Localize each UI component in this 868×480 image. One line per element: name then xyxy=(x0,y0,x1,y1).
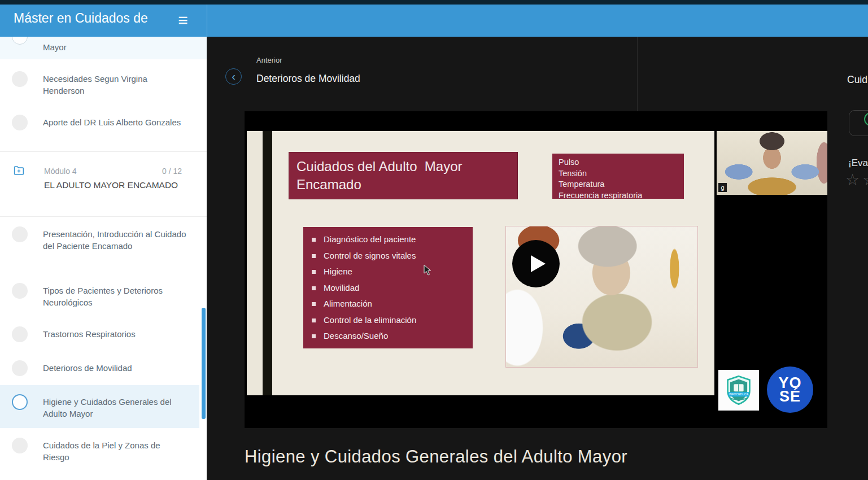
top-strip xyxy=(0,0,868,5)
yose-logo: YO SÉ xyxy=(767,366,813,413)
folder-plus-icon xyxy=(13,164,25,178)
infoceduca-logo: INFOCEDUCA xyxy=(718,370,759,411)
slide-title-line1: Cuidados del Adulto Mayor xyxy=(296,158,510,176)
yose-logo-line2: SÉ xyxy=(779,390,801,403)
play-button[interactable] xyxy=(512,240,560,287)
play-icon xyxy=(531,255,546,272)
next-lesson-title[interactable]: Cuid xyxy=(847,74,867,86)
lesson-title: Higiene y Cuidados Generales del Adulto … xyxy=(245,447,627,467)
vital-item: Frecuencia respiratoria xyxy=(559,190,678,202)
bullet-icon xyxy=(312,318,316,322)
sidebar-item-partial[interactable]: Mayor xyxy=(0,37,207,59)
star-icon[interactable]: ☆ xyxy=(862,171,868,189)
bullet-icon xyxy=(312,254,316,258)
mouse-cursor xyxy=(424,264,431,278)
app-header: Máster en Cuidados de ≡ xyxy=(0,5,868,37)
previous-lesson-kicker: Anterior xyxy=(256,56,282,64)
slide-title-line2: Encamado xyxy=(296,176,510,194)
header-divider xyxy=(207,5,207,37)
sidebar-item-piel[interactable]: Cuidados de la Piel y Zonas de Riesgo xyxy=(0,438,199,472)
infoceduca-logo-text: INFOCEDUCA xyxy=(729,392,749,396)
sidebar-item-tipos[interactable]: Tipos de Pacientes y Deterioros Neurológ… xyxy=(0,283,199,317)
sidebar-item-label: Trastornos Respiratorios xyxy=(43,328,186,340)
slide-title-box: Cuidados del Adulto Mayor Encamado xyxy=(289,152,518,199)
sidebar-item-label: Deterioros de Movilidad xyxy=(43,362,186,374)
lesson-circle-icon xyxy=(12,394,28,410)
presentation-slide: Cuidados del Adulto Mayor Encamado Pulso… xyxy=(272,131,714,395)
rating-prompt: ¡Eva xyxy=(848,158,868,169)
star-icon[interactable]: ☆ xyxy=(845,171,860,189)
lesson-circle-icon xyxy=(12,115,28,130)
module-progress: 0 / 12 xyxy=(146,167,182,176)
sidebar-item-presentacion[interactable]: Presentación, Introducción al Cuidado de… xyxy=(0,226,199,273)
sidebar-item-deterioros[interactable]: Deterioros de Movilidad xyxy=(0,360,199,383)
lesson-circle-icon xyxy=(12,71,28,87)
bullet-icon xyxy=(312,238,316,242)
sidebar-scrollbar[interactable] xyxy=(202,308,206,419)
sidebar-item-necesidades[interactable]: Necesidades Segun Virgina Henderson xyxy=(0,71,199,105)
bullet-icon xyxy=(312,270,316,274)
sidebar-item-higiene-active[interactable]: Higiene y Cuidados Generales del Adulto … xyxy=(0,385,199,428)
course-title: Máster en Cuidados de xyxy=(14,11,173,26)
sidebar-item-label: Aporte del DR Luis Alberto Gonzales xyxy=(43,116,186,128)
lesson-circle-icon xyxy=(12,326,28,342)
lesson-circle-icon xyxy=(12,438,28,453)
sidebar-item-label: Mayor xyxy=(43,41,67,53)
vital-item: Pulso xyxy=(559,157,678,168)
video-player[interactable]: Cuidados del Adulto Mayor Encamado Pulso… xyxy=(245,111,827,428)
bullet-item: Control de la eliminación xyxy=(303,312,473,329)
bullet-item: Control de signos vitales xyxy=(303,248,473,264)
slide-gap xyxy=(263,131,272,395)
vitals-box: Pulso Tensión Temperatura Frecuencia res… xyxy=(552,154,684,199)
module-title: EL ADULTO MAYOR ENCAMADO xyxy=(44,179,180,191)
care-bullets-box: Diagnóstico del paciente Control de sign… xyxy=(303,227,473,348)
bullet-icon xyxy=(312,286,316,290)
bullet-item: Movilidad xyxy=(303,280,473,296)
sidebar-item-label: Tipos de Pacientes y Deterioros Neurológ… xyxy=(43,285,186,308)
webcam-badge: g xyxy=(718,183,727,192)
instructor-webcam: g xyxy=(717,131,827,195)
lesson-circle-icon xyxy=(12,283,28,299)
lesson-circle-icon xyxy=(12,226,28,242)
sidebar-item-aporte[interactable]: Aporte del DR Luis Alberto Gonzales xyxy=(0,115,199,149)
sidebar-divider xyxy=(0,151,207,152)
bullet-item: Alimentación xyxy=(303,296,473,312)
bullet-item: Higiene xyxy=(303,264,473,280)
chevron-left-icon: ‹ xyxy=(232,70,235,82)
sidebar-item-label: Necesidades Segun Virgina Henderson xyxy=(43,73,186,97)
sidebar-item-trastornos[interactable]: Trastornos Respiratorios xyxy=(0,326,199,349)
sidebar-divider xyxy=(0,216,207,217)
previous-lesson-title[interactable]: Deterioros de Movilidad xyxy=(256,73,360,85)
sidebar-module-4[interactable]: Módulo 4 0 / 12 EL ADULTO MAYOR ENCAMADO xyxy=(0,162,199,214)
bullet-item: Descanso/Sueño xyxy=(303,328,473,344)
course-sidebar: Mayor Necesidades Segun Virgina Henderso… xyxy=(0,37,207,480)
bullet-icon xyxy=(312,334,316,338)
previous-slide-edge xyxy=(247,131,263,395)
bullet-icon xyxy=(312,302,316,306)
vital-item: Tensión xyxy=(559,168,678,180)
previous-lesson-button[interactable]: ‹ xyxy=(225,68,242,85)
bullet-item: Diagnóstico del paciente xyxy=(303,232,473,248)
header-vertical-divider xyxy=(637,37,638,111)
lesson-circle-icon xyxy=(12,360,28,376)
vital-item: Temperatura xyxy=(559,179,678,190)
menu-icon[interactable]: ≡ xyxy=(173,8,193,32)
sidebar-item-label: Cuidados de la Piel y Zonas de Riesgo xyxy=(43,439,186,463)
sidebar-item-label: Higiene y Cuidados Generales del Adulto … xyxy=(43,396,186,420)
sidebar-item-label: Presentación, Introducción al Cuidado de… xyxy=(43,228,186,252)
module-kicker: Módulo 4 xyxy=(44,167,77,176)
